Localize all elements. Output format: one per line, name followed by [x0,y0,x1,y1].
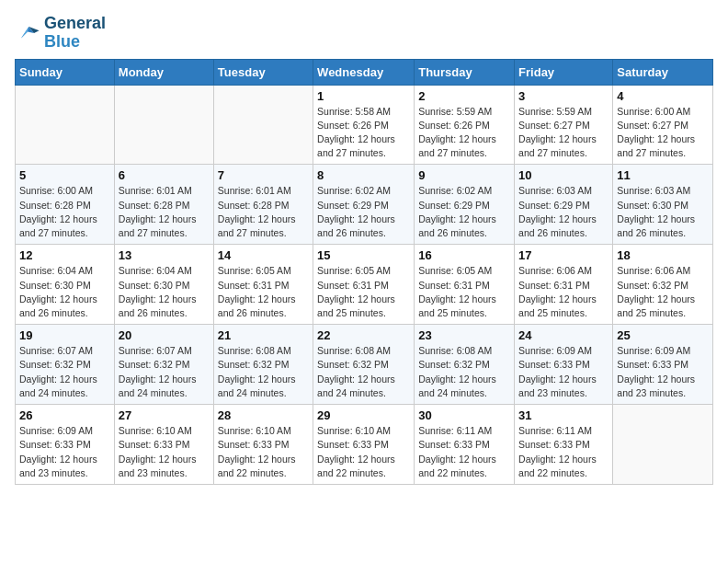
day-number: 12 [19,248,110,262]
calendar-cell: 11Sunrise: 6:03 AM Sunset: 6:30 PM Dayli… [613,165,713,245]
day-number: 3 [518,89,609,103]
day-info: Sunrise: 6:07 AM Sunset: 6:32 PM Dayligh… [19,344,110,400]
calendar-cell: 28Sunrise: 6:10 AM Sunset: 6:33 PM Dayli… [213,405,313,485]
calendar-cell [613,405,713,485]
weekday-header-thursday: Thursday [415,59,515,85]
day-info: Sunrise: 6:09 AM Sunset: 6:33 PM Dayligh… [617,344,709,400]
day-info: Sunrise: 6:00 AM Sunset: 6:27 PM Dayligh… [617,105,709,161]
day-number: 10 [518,168,609,182]
calendar-cell: 22Sunrise: 6:08 AM Sunset: 6:32 PM Dayli… [313,325,415,405]
calendar-cell: 13Sunrise: 6:04 AM Sunset: 6:30 PM Dayli… [114,245,213,325]
day-info: Sunrise: 6:10 AM Sunset: 6:33 PM Dayligh… [119,424,210,480]
weekday-header-monday: Monday [114,59,213,85]
calendar-cell: 1Sunrise: 5:58 AM Sunset: 6:26 PM Daylig… [313,85,415,165]
weekday-header-sunday: Sunday [16,59,115,85]
calendar-cell: 30Sunrise: 6:11 AM Sunset: 6:33 PM Dayli… [415,405,515,485]
calendar-cell: 7Sunrise: 6:01 AM Sunset: 6:28 PM Daylig… [213,165,313,245]
day-number: 22 [317,328,410,342]
day-info: Sunrise: 6:04 AM Sunset: 6:30 PM Dayligh… [119,264,210,320]
day-number: 9 [418,168,510,182]
day-info: Sunrise: 6:05 AM Sunset: 6:31 PM Dayligh… [317,264,410,320]
calendar-cell: 6Sunrise: 6:01 AM Sunset: 6:28 PM Daylig… [114,165,213,245]
day-info: Sunrise: 6:10 AM Sunset: 6:33 PM Dayligh… [218,424,309,480]
weekday-header-friday: Friday [515,59,613,85]
day-number: 27 [119,408,210,422]
day-number: 20 [119,328,210,342]
calendar-cell [114,85,213,165]
day-info: Sunrise: 6:01 AM Sunset: 6:28 PM Dayligh… [119,184,210,240]
day-number: 13 [119,248,210,262]
day-info: Sunrise: 6:09 AM Sunset: 6:33 PM Dayligh… [518,344,609,400]
day-number: 17 [518,248,609,262]
logo-text: General Blue [44,15,106,52]
calendar-cell: 21Sunrise: 6:08 AM Sunset: 6:32 PM Dayli… [213,325,313,405]
calendar-cell: 27Sunrise: 6:10 AM Sunset: 6:33 PM Dayli… [114,405,213,485]
calendar-cell: 8Sunrise: 6:02 AM Sunset: 6:29 PM Daylig… [313,165,415,245]
calendar-cell: 16Sunrise: 6:05 AM Sunset: 6:31 PM Dayli… [415,245,515,325]
day-info: Sunrise: 6:05 AM Sunset: 6:31 PM Dayligh… [218,264,309,320]
day-number: 1 [317,89,410,103]
day-info: Sunrise: 6:03 AM Sunset: 6:30 PM Dayligh… [617,184,709,240]
day-info: Sunrise: 6:04 AM Sunset: 6:30 PM Dayligh… [19,264,110,320]
calendar-cell: 25Sunrise: 6:09 AM Sunset: 6:33 PM Dayli… [613,325,713,405]
calendar-cell: 14Sunrise: 6:05 AM Sunset: 6:31 PM Dayli… [213,245,313,325]
day-number: 15 [317,248,410,262]
calendar-cell: 3Sunrise: 5:59 AM Sunset: 6:27 PM Daylig… [515,85,613,165]
day-number: 18 [617,248,709,262]
day-info: Sunrise: 6:05 AM Sunset: 6:31 PM Dayligh… [418,264,510,320]
day-info: Sunrise: 6:00 AM Sunset: 6:28 PM Dayligh… [19,184,110,240]
day-number: 21 [218,328,309,342]
calendar-cell: 15Sunrise: 6:05 AM Sunset: 6:31 PM Dayli… [313,245,415,325]
calendar-cell: 17Sunrise: 6:06 AM Sunset: 6:31 PM Dayli… [515,245,613,325]
day-info: Sunrise: 6:10 AM Sunset: 6:33 PM Dayligh… [317,424,410,480]
calendar-cell: 26Sunrise: 6:09 AM Sunset: 6:33 PM Dayli… [16,405,115,485]
day-number: 6 [119,168,210,182]
day-info: Sunrise: 6:02 AM Sunset: 6:29 PM Dayligh… [418,184,510,240]
calendar-cell [213,85,313,165]
calendar-cell: 19Sunrise: 6:07 AM Sunset: 6:32 PM Dayli… [16,325,115,405]
day-number: 23 [418,328,510,342]
day-number: 8 [317,168,410,182]
day-info: Sunrise: 6:02 AM Sunset: 6:29 PM Dayligh… [317,184,410,240]
day-number: 30 [418,408,510,422]
day-number: 5 [19,168,110,182]
calendar-cell: 10Sunrise: 6:03 AM Sunset: 6:29 PM Dayli… [515,165,613,245]
day-info: Sunrise: 5:58 AM Sunset: 6:26 PM Dayligh… [317,105,410,161]
day-number: 2 [418,89,510,103]
day-info: Sunrise: 6:06 AM Sunset: 6:32 PM Dayligh… [617,264,709,320]
day-number: 26 [19,408,110,422]
calendar-cell: 29Sunrise: 6:10 AM Sunset: 6:33 PM Dayli… [313,405,415,485]
day-info: Sunrise: 6:08 AM Sunset: 6:32 PM Dayligh… [418,344,510,400]
day-number: 4 [617,89,709,103]
day-info: Sunrise: 6:08 AM Sunset: 6:32 PM Dayligh… [218,344,309,400]
calendar-table: SundayMondayTuesdayWednesdayThursdayFrid… [15,59,713,485]
logo-icon [15,20,40,46]
calendar-cell: 5Sunrise: 6:00 AM Sunset: 6:28 PM Daylig… [16,165,115,245]
day-info: Sunrise: 5:59 AM Sunset: 6:26 PM Dayligh… [418,105,510,161]
logo: General Blue [15,15,106,52]
day-info: Sunrise: 6:06 AM Sunset: 6:31 PM Dayligh… [518,264,609,320]
calendar-cell: 20Sunrise: 6:07 AM Sunset: 6:32 PM Dayli… [114,325,213,405]
day-number: 25 [617,328,709,342]
day-info: Sunrise: 6:03 AM Sunset: 6:29 PM Dayligh… [518,184,609,240]
weekday-header-saturday: Saturday [613,59,713,85]
calendar-cell: 31Sunrise: 6:11 AM Sunset: 6:33 PM Dayli… [515,405,613,485]
day-info: Sunrise: 6:01 AM Sunset: 6:28 PM Dayligh… [218,184,309,240]
weekday-header-wednesday: Wednesday [313,59,415,85]
day-number: 16 [418,248,510,262]
day-number: 7 [218,168,309,182]
calendar-cell [16,85,115,165]
calendar-cell: 18Sunrise: 6:06 AM Sunset: 6:32 PM Dayli… [613,245,713,325]
day-number: 29 [317,408,410,422]
day-number: 14 [218,248,309,262]
calendar-cell: 24Sunrise: 6:09 AM Sunset: 6:33 PM Dayli… [515,325,613,405]
calendar-cell: 9Sunrise: 6:02 AM Sunset: 6:29 PM Daylig… [415,165,515,245]
page-header: General Blue [15,15,713,52]
day-number: 31 [518,408,609,422]
day-number: 19 [19,328,110,342]
day-info: Sunrise: 6:08 AM Sunset: 6:32 PM Dayligh… [317,344,410,400]
day-info: Sunrise: 6:11 AM Sunset: 6:33 PM Dayligh… [518,424,609,480]
day-info: Sunrise: 6:11 AM Sunset: 6:33 PM Dayligh… [418,424,510,480]
day-number: 24 [518,328,609,342]
svg-marker-2 [21,27,28,39]
